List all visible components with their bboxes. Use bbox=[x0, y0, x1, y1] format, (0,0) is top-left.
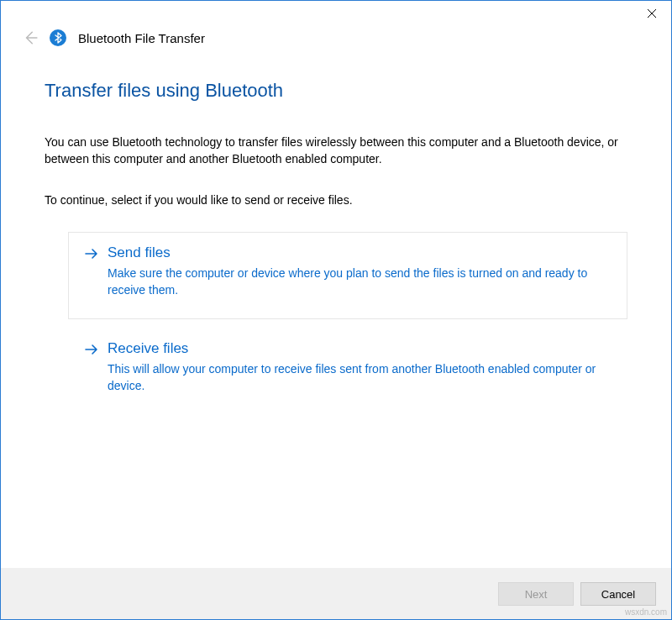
next-button[interactable]: Next bbox=[498, 582, 574, 606]
option-description: This will allow your computer to receive… bbox=[108, 360, 612, 395]
close-icon bbox=[648, 9, 656, 18]
cancel-button[interactable]: Cancel bbox=[580, 582, 656, 606]
option-list: Send files Make sure the computer or dev… bbox=[45, 232, 627, 416]
intro-text: You can use Bluetooth technology to tran… bbox=[45, 134, 627, 168]
instruction-text: To continue, select if you would like to… bbox=[45, 193, 627, 207]
page-heading: Transfer files using Bluetooth bbox=[45, 80, 627, 102]
option-title: Receive files bbox=[108, 340, 612, 357]
option-send-files[interactable]: Send files Make sure the computer or dev… bbox=[68, 232, 627, 320]
content-area: Transfer files using Bluetooth You can u… bbox=[1, 53, 671, 568]
back-button[interactable] bbox=[23, 30, 38, 45]
watermark: wsxdn.com bbox=[625, 607, 667, 617]
footer: Next Cancel bbox=[1, 568, 671, 619]
back-arrow-icon bbox=[23, 30, 38, 45]
option-body: Receive files This will allow your compu… bbox=[108, 340, 612, 395]
close-button[interactable] bbox=[633, 1, 671, 26]
arrow-right-icon bbox=[84, 342, 99, 395]
window-title: Bluetooth File Transfer bbox=[78, 31, 205, 45]
titlebar bbox=[1, 1, 671, 29]
option-body: Send files Make sure the computer or dev… bbox=[108, 244, 612, 299]
option-title: Send files bbox=[108, 244, 612, 261]
bluetooth-icon bbox=[50, 29, 66, 46]
header: Bluetooth File Transfer bbox=[1, 29, 671, 53]
wizard-window: Bluetooth File Transfer Transfer files u… bbox=[0, 0, 672, 620]
option-receive-files[interactable]: Receive files This will allow your compu… bbox=[68, 328, 627, 416]
option-description: Make sure the computer or device where y… bbox=[108, 265, 612, 299]
arrow-right-icon bbox=[84, 246, 99, 299]
